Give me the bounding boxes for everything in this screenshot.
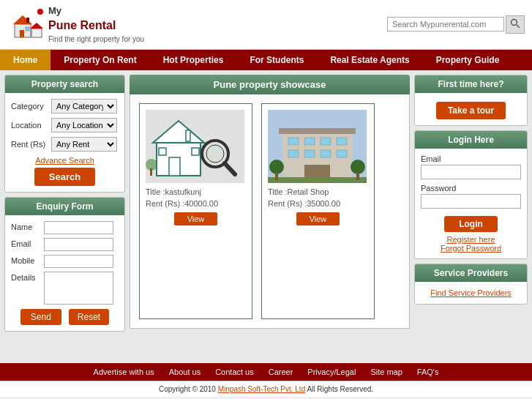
building-illustration	[268, 110, 367, 183]
category-label: Category	[11, 102, 51, 111]
left-panel: Property search Category Any Category Lo…	[4, 75, 125, 359]
login-email-input[interactable]	[421, 165, 521, 179]
register-link[interactable]: Register here	[421, 235, 521, 244]
showcase-content: Title :kastufkunj Rent (Rs) :40000.00 Vi…	[130, 94, 410, 329]
svg-rect-23	[279, 128, 356, 134]
enquiry-header: Enquiry Form	[5, 198, 124, 215]
login-password-input[interactable]	[421, 194, 521, 209]
nav-property-guide[interactable]: Property Guide	[423, 50, 513, 70]
footer-sitemap-link[interactable]: Site map	[370, 368, 402, 376]
find-service-providers-link[interactable]: Find Service Providers	[430, 288, 512, 297]
footer-advertise-link[interactable]: Advertise with us	[94, 368, 154, 376]
logo-my: My	[48, 4, 144, 18]
search-icon	[510, 18, 520, 29]
property-rent-1: Rent (Rs) :40000.00	[146, 199, 246, 208]
center-panel: Pune property showcase	[130, 75, 410, 359]
footer-about-link[interactable]: About us	[169, 368, 201, 376]
forgot-password-link[interactable]: Forgot Password	[421, 244, 521, 253]
footer-nav: Advertise with us About us Contact us Ca…	[0, 363, 532, 381]
search-bar	[387, 15, 525, 34]
location-label: Location	[11, 121, 51, 130]
view-button-1[interactable]: View	[174, 212, 218, 225]
main-nav: Home Property On Rent Hot Properties For…	[0, 50, 532, 70]
email-row: Email	[11, 238, 119, 251]
email-field-label: Email	[421, 154, 521, 163]
login-button[interactable]: Login	[444, 216, 498, 232]
details-textarea[interactable]	[44, 272, 113, 305]
first-time-header: First time here?	[415, 75, 527, 93]
rent-label-1: Rent (Rs)	[146, 199, 180, 208]
copyright-text: Copyright © 2010	[159, 385, 216, 393]
name-row: Name	[11, 221, 119, 234]
footer-career-link[interactable]: Career	[269, 368, 293, 376]
view-button-2[interactable]: View	[296, 212, 340, 225]
advance-search-link[interactable]: Advance Search	[11, 156, 119, 165]
enquiry-form-box: Enquiry Form Name Email Mobile Details	[4, 197, 125, 332]
showcase-header: Pune property showcase	[130, 75, 410, 94]
enquiry-form: Name Email Mobile Details Send Res	[5, 215, 124, 331]
svg-rect-13	[159, 148, 166, 155]
category-select[interactable]: Any Category	[51, 99, 117, 113]
svg-marker-11	[153, 121, 204, 143]
house-illustration	[146, 110, 244, 183]
send-button[interactable]: Send	[20, 309, 61, 325]
property-title-2: Title :Retail Shop	[268, 187, 368, 196]
login-form: Email Password Login Register here Forgo…	[415, 149, 527, 258]
company-link[interactable]: Minpash Soft-Tech Pvt. Ltd	[218, 385, 306, 393]
svg-rect-15	[186, 130, 190, 141]
name-input[interactable]	[44, 221, 113, 234]
footer-faq-link[interactable]: FAQ's	[417, 368, 439, 376]
location-row: Location Any Location	[11, 118, 119, 133]
mobile-label: Mobile	[11, 256, 44, 265]
main-content: Property search Category Any Category Lo…	[0, 70, 532, 363]
email-input[interactable]	[44, 238, 113, 251]
search-input[interactable]	[387, 17, 504, 31]
mobile-input[interactable]	[44, 255, 113, 268]
email-label: Email	[11, 239, 44, 248]
logo-pune-rental: Pune Rental	[48, 18, 144, 34]
svg-marker-1	[13, 15, 32, 24]
name-label: Name	[11, 223, 44, 231]
login-links: Register here Forgot Password	[421, 235, 521, 253]
first-time-box: First time here? Take a tour	[414, 75, 528, 126]
footer-privacy-link[interactable]: Privacy/Legal	[307, 368, 356, 376]
login-header: Login Here	[415, 131, 527, 149]
nav-real-estate-agents[interactable]: Real Estate Agents	[317, 50, 422, 70]
nav-for-students[interactable]: For Students	[236, 50, 317, 70]
svg-rect-30	[321, 150, 331, 157]
svg-rect-37	[356, 173, 359, 180]
property-rent-2: Rent (Rs) :35000.00	[268, 199, 368, 208]
nav-home[interactable]: Home	[0, 50, 50, 70]
right-panel: First time here? Take a tour Login Here …	[414, 75, 528, 359]
header: My Pune Rental Find the right property f…	[0, 0, 532, 50]
nav-hot-properties[interactable]: Hot Properties	[150, 50, 237, 70]
logo-area: My Pune Rental Find the right property f…	[7, 4, 144, 45]
rent-label-2: Rent (Rs)	[268, 199, 302, 208]
svg-rect-20	[150, 168, 152, 176]
title-label-2: Title	[268, 187, 282, 196]
svg-rect-4	[26, 27, 29, 31]
property-image-1	[146, 110, 244, 183]
search-submit-button[interactable]	[506, 15, 525, 34]
property-search-box: Property search Category Any Category Lo…	[4, 75, 125, 193]
svg-rect-28	[288, 150, 299, 157]
reset-button[interactable]: Reset	[69, 309, 109, 325]
property-search-header: Property search	[5, 75, 124, 93]
svg-line-18	[225, 163, 235, 174]
svg-marker-6	[30, 23, 43, 29]
search-button[interactable]: Search	[34, 168, 95, 186]
svg-rect-14	[192, 148, 199, 155]
first-time-content: Take a tour	[415, 93, 527, 125]
svg-rect-3	[20, 30, 24, 37]
logo-tagline: Find the right property for you	[48, 34, 144, 45]
title-value-1: :kastufkunj	[162, 187, 201, 196]
take-tour-button[interactable]: Take a tour	[436, 102, 506, 119]
location-select[interactable]: Any Location	[51, 118, 117, 133]
category-row: Category Any Category	[11, 99, 119, 113]
property-search-form: Category Any Category Location Any Locat…	[5, 93, 124, 192]
rent-select[interactable]: Any Rent	[51, 137, 117, 152]
footer-contact-link[interactable]: Contact us	[215, 368, 254, 376]
svg-rect-31	[337, 150, 347, 157]
nav-property-on-rent[interactable]: Property On Rent	[50, 50, 149, 70]
svg-rect-12	[169, 157, 180, 176]
